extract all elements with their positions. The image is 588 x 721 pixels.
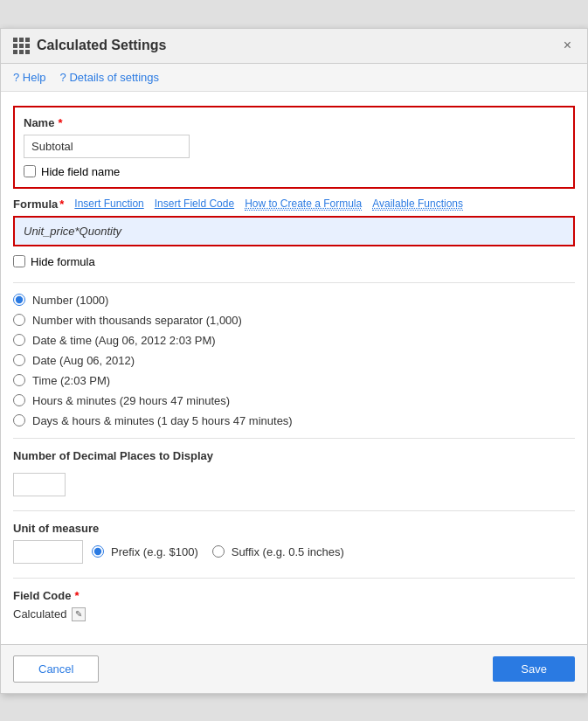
radio-row-datetime: Date & time (Aug 06, 2012 2:03 PM)	[13, 334, 575, 347]
decimal-places-label: Number of Decimal Places to Display	[13, 449, 575, 462]
radio-number-sep-label: Number with thousands separator (1,000)	[32, 314, 242, 327]
suffix-radio[interactable]	[212, 545, 225, 558]
calculated-settings-dialog: Calculated Settings × ? Help ? Details o…	[0, 28, 588, 694]
field-code-value: Calculated	[13, 607, 66, 620]
unit-of-measure-label: Unit of measure	[13, 522, 575, 535]
grid-icon	[13, 38, 30, 54]
details-link[interactable]: ? Details of settings	[60, 71, 159, 84]
field-code-section: Field Code * Calculated ✎	[13, 589, 575, 621]
radio-days-hours-minutes-label: Days & hours & minutes (1 day 5 hours 47…	[32, 414, 293, 427]
hide-field-name-checkbox[interactable]	[24, 165, 36, 177]
radio-hours-minutes-label: Hours & minutes (29 hours 47 minutes)	[32, 394, 230, 407]
radio-time-label: Time (2:03 PM)	[32, 374, 110, 387]
suffix-label: Suffix (e.g. 0.5 inches)	[232, 545, 344, 558]
field-code-edit-icon[interactable]: ✎	[72, 607, 86, 621]
name-label: Name *	[24, 116, 564, 129]
formula-input-area[interactable]: Unit_price*Quontity	[13, 216, 575, 246]
radio-row-date: Date (Aug 06, 2012)	[13, 354, 575, 367]
unit-row: Prefix (e.g. $100) Suffix (e.g. 0.5 inch…	[13, 540, 575, 564]
hide-formula-label: Hide formula	[31, 255, 95, 268]
prefix-suffix-group: Prefix (e.g. $100) Suffix (e.g. 0.5 inch…	[92, 545, 344, 558]
formula-required: *	[59, 198, 64, 211]
prefix-label: Prefix (e.g. $100)	[111, 545, 198, 558]
name-section: Name * Hide field name	[13, 106, 575, 189]
dialog-header: Calculated Settings ×	[1, 29, 587, 64]
formula-value: Unit_price*Quontity	[24, 225, 121, 238]
dialog-title: Calculated Settings	[37, 38, 166, 53]
radio-date[interactable]	[13, 354, 25, 366]
available-functions-link[interactable]: Available Functions	[372, 198, 463, 211]
divider-4	[13, 578, 575, 579]
formula-section-wrapper: Formula * Insert Function Insert Field C…	[13, 198, 575, 268]
radio-number-sep[interactable]	[13, 314, 25, 326]
unit-input[interactable]	[13, 540, 83, 564]
decimal-places-input[interactable]	[13, 473, 66, 496]
title-group: Calculated Settings	[13, 38, 166, 54]
field-code-value-row: Calculated ✎	[13, 607, 575, 621]
field-code-label: Field Code *	[13, 589, 575, 602]
help-link[interactable]: ? Help	[13, 71, 46, 84]
radio-datetime[interactable]	[13, 334, 25, 346]
field-code-required: *	[74, 589, 79, 602]
how-to-create-link[interactable]: How to Create a Formula	[245, 198, 362, 211]
dialog-links: ? Help ? Details of settings	[1, 64, 587, 92]
radio-row-hours-minutes: Hours & minutes (29 hours 47 minutes)	[13, 394, 575, 407]
radio-datetime-label: Date & time (Aug 06, 2012 2:03 PM)	[32, 334, 216, 347]
save-button[interactable]: Save	[493, 656, 575, 682]
suffix-radio-row: Suffix (e.g. 0.5 inches)	[212, 545, 344, 558]
radio-row-number: Number (1000)	[13, 294, 575, 307]
radio-hours-minutes[interactable]	[13, 394, 25, 406]
divider-1	[13, 282, 575, 283]
radio-number[interactable]	[13, 294, 25, 306]
hide-formula-checkbox[interactable]	[13, 255, 25, 267]
prefix-radio[interactable]	[92, 545, 104, 558]
close-button[interactable]: ×	[560, 38, 575, 53]
name-input[interactable]	[24, 135, 190, 158]
dialog-footer: Cancel Save	[1, 644, 587, 693]
radio-days-hours-minutes[interactable]	[13, 414, 25, 426]
radio-date-label: Date (Aug 06, 2012)	[32, 354, 135, 367]
unit-of-measure-section: Unit of measure Prefix (e.g. $100) Suffi…	[13, 522, 575, 564]
radio-row-time: Time (2:03 PM)	[13, 374, 575, 387]
insert-function-button[interactable]: Insert Function	[74, 198, 143, 210]
divider-2	[13, 438, 575, 439]
radio-row-days-hours-minutes: Days & hours & minutes (1 day 5 hours 47…	[13, 414, 575, 427]
prefix-radio-row: Prefix (e.g. $100)	[92, 545, 198, 558]
decimal-places-section: Number of Decimal Places to Display	[13, 449, 575, 496]
dialog-body: Name * Hide field name Formula * Insert …	[1, 92, 587, 644]
radio-time[interactable]	[13, 374, 25, 386]
hide-field-name-row: Hide field name	[24, 165, 564, 178]
format-radio-group: Number (1000) Number with thousands sepa…	[13, 294, 575, 427]
name-required: *	[58, 116, 62, 129]
radio-number-label: Number (1000)	[32, 294, 108, 307]
radio-row-number-sep: Number with thousands separator (1,000)	[13, 314, 575, 327]
formula-label: Formula *	[13, 198, 64, 211]
cancel-button[interactable]: Cancel	[13, 655, 99, 683]
insert-field-code-button[interactable]: Insert Field Code	[155, 198, 234, 210]
hide-field-name-label: Hide field name	[41, 165, 120, 178]
divider-3	[13, 510, 575, 511]
formula-header: Formula * Insert Function Insert Field C…	[13, 198, 575, 211]
hide-formula-row: Hide formula	[13, 255, 575, 268]
